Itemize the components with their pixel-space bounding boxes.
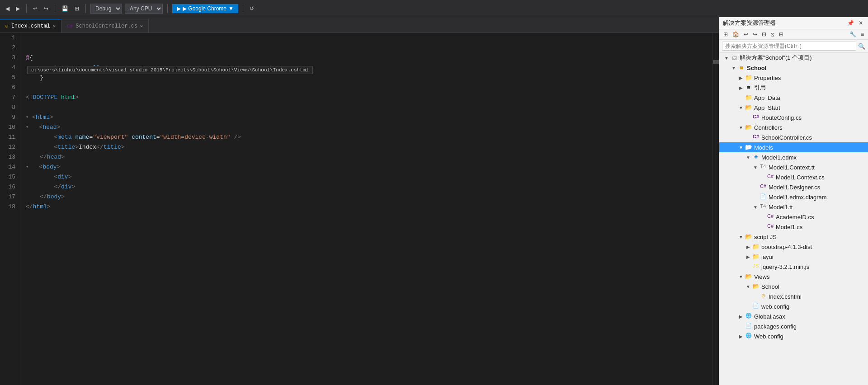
tree-item-scriptjs[interactable]: ▼ 📂 script JS [719,232,868,242]
jquery-label: jquery-3.2.1.min.js [761,263,809,270]
filter-btn[interactable]: ⧖ [769,31,776,38]
scrollbar-indicator [713,60,719,64]
cpu-dropdown[interactable]: Any CPU [125,4,163,14]
doctype: <! [26,93,33,103]
tree-item-model1edmx[interactable]: ▼ ◈ Model1.edmx [719,152,868,162]
code-line-11: <title>Index</title> [26,142,712,152]
models-label: Models [754,144,773,151]
tree-item-context-tt[interactable]: ▼ T4 Model1.Context.tt [719,162,868,172]
tree-item-schoolcontroller[interactable]: ▶ C# SchoolController.cs [719,132,868,142]
close-panel-btn[interactable]: ✕ [857,19,864,27]
tree-item-solution[interactable]: ▼ 🗂 解决方案"School"(1 个项目) [719,53,868,63]
tree-item-routeconfig[interactable]: ▶ C# RouteConfig.cs [719,113,868,122]
appstart-label: App_Start [754,104,780,111]
tree-item-models[interactable]: ▼ 📂 Models [719,142,868,152]
context-cs-label: Model1.Context.cs [776,174,825,181]
tree-item-index-cshtml[interactable]: ▶ ⊙ Index.cshtml [719,291,868,301]
tree-item-designer-cs[interactable]: ▶ C# Model1.Designer.cs [719,182,868,192]
forward-btn[interactable]: ▶ [14,5,22,13]
tree-item-references[interactable]: ▶ ≡ 引用 [719,83,868,93]
line-num-17: 17 [0,192,15,202]
wrench-btn[interactable]: 🔧 [848,31,858,38]
code-line-18 [26,212,712,222]
fold-icon-head[interactable]: ▾ [26,122,32,132]
tab-school-controller[interactable]: C# SchoolController.cs ✕ [61,19,149,33]
tree-item-jquery[interactable]: ▶ JS jquery-3.2.1.min.js [719,262,868,272]
tree-item-edmx-diagram[interactable]: ▶ 📄 Model1.edmx.diagram [719,192,868,202]
doctype-html [57,93,61,103]
show-all-btn[interactable]: ⊡ [760,31,768,38]
tab-icon-cs: C# [67,23,73,29]
save-all-btn[interactable]: ⊞ [73,5,81,13]
div-lt: < [54,172,57,182]
tree-item-global-asax[interactable]: ▶ 🌐 Global.asax [719,311,868,321]
tree-item-layui[interactable]: ▶ 📁 layui [719,252,868,262]
run-dropdown-icon: ▼ [228,5,234,12]
content-attr: content [132,132,156,142]
pin-btn[interactable]: 📌 [846,19,855,27]
sync-btn[interactable]: ↪ [751,31,759,38]
tree-item-model1-tt[interactable]: ▼ T4 Model1.tt [719,202,868,212]
back-btn[interactable]: ◀ [4,5,11,13]
references-label: 引用 [754,84,766,92]
undo-btn[interactable]: ↩ [31,5,39,13]
search-input[interactable] [722,42,856,51]
line-num-12: 12 [0,142,15,152]
props-btn[interactable]: ⊟ [778,31,785,38]
tree-item-packages-config[interactable]: ▶ 📄 packages.config [719,321,868,331]
tree-item-appstart[interactable]: ▼ 📂 App_Start [719,103,868,113]
tree-item-properties[interactable]: ▶ 📁 Properties [719,73,868,83]
nav-home-btn[interactable]: 🏠 [731,31,741,38]
arrow-views: ▼ [737,274,745,279]
head-close-tag: head [47,152,61,162]
arrow-props: ▶ [737,75,745,80]
designer-cs-label: Model1.Designer.cs [769,184,820,191]
tab-close-controller[interactable]: ✕ [140,23,143,29]
arrow-appstart: ▼ [737,105,745,110]
html-close-lt: </ [26,202,33,212]
tree-item-web-config[interactable]: ▶ 🌐 Web.config [719,331,868,341]
academeid-label: AcademeID.cs [776,214,814,221]
web-config-label: Web.config [754,333,783,340]
code-line-14: <div> [26,172,712,182]
tree-item-appdata[interactable]: ▶ 📁 App_Data [719,93,868,103]
search-bar: 🔍 [719,40,868,53]
body-close-gt: > [61,192,65,202]
editor-scrollbar[interactable] [712,33,719,385]
tree-item-controllers[interactable]: ▼ 📂 Controllers [719,122,868,132]
solution-icon-btn[interactable]: ⊞ [722,31,729,38]
save-btn[interactable]: 💾 [60,5,70,13]
refresh-btn[interactable]: ↺ [248,5,256,13]
tree-item-context-cs[interactable]: ▶ C# Model1.Context.cs [719,172,868,182]
tree-item-project[interactable]: ▼ ■ School [719,63,868,73]
code-area[interactable]: @{ Layout = null; } <!DOCTYPE html> [20,33,712,385]
code-line-7 [26,103,712,113]
viewport-val: "viewport" [93,132,128,142]
tree-item-model1-cs[interactable]: ▶ C# Model1.cs [719,222,868,232]
tree-item-views[interactable]: ▼ 📂 Views [719,272,868,282]
tab-index-cshtml[interactable]: ⊙ Index.cshtml ✕ [0,19,61,33]
arrow-sol: ▼ [723,56,730,61]
refresh-solution-btn[interactable]: ↩ [742,31,750,38]
tree-item-bootstrap[interactable]: ▶ 📁 bootstrap-4.1.3-dist [719,242,868,252]
tab-close-index[interactable]: ✕ [53,23,56,29]
head-tag: head [42,122,57,132]
debug-dropdown[interactable]: Debug [90,4,122,14]
diagram-icon: 📄 [759,193,767,201]
academeid-icon: C# [766,213,774,221]
sep2 [55,4,55,13]
search-btn[interactable]: 🔍 [858,43,865,50]
fold-icon-body[interactable]: ▾ [26,162,32,172]
main-container: ⊙ Index.cshtml ✕ C# SchoolController.cs … [0,17,868,385]
run-btn[interactable]: ▶ ▶ Google Chrome ▼ [172,4,238,13]
tree-item-academeid[interactable]: ▶ C# AcademeID.cs [719,212,868,222]
more-btn[interactable]: ≡ [859,31,865,38]
tree-item-school-folder[interactable]: ▼ 📂 School [719,282,868,291]
code-line-15: </div> [26,182,712,192]
fold-icon-html[interactable]: ▾ [26,113,32,122]
redo-btn[interactable]: ↪ [42,5,50,13]
html-word: html [61,93,75,103]
line-num-15: 15 [0,172,15,182]
diagram-label: Model1.edmx.diagram [769,194,827,201]
tree-item-webconfig-views[interactable]: ▶ 📄 web.config [719,301,868,311]
